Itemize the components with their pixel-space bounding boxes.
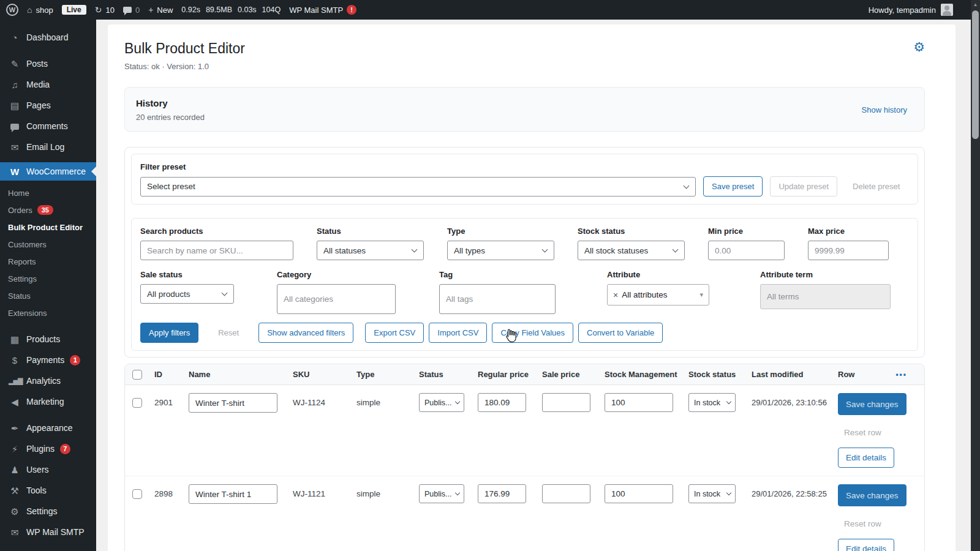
save-changes-button[interactable]: Save changes: [838, 393, 907, 415]
submenu-item-customers[interactable]: Customers: [0, 236, 96, 253]
sidebar-item-appearance[interactable]: ✒ Appearance: [0, 418, 96, 438]
reset-row-button[interactable]: Reset row: [844, 519, 881, 528]
tag-input[interactable]: [439, 284, 556, 314]
convert-to-variable-button[interactable]: Convert to Variable: [578, 323, 663, 343]
category-label: Category: [277, 270, 396, 279]
stock-status-select[interactable]: In stock: [688, 393, 736, 412]
sidebar-label: Users: [26, 465, 49, 474]
regular-price-input[interactable]: [478, 484, 526, 503]
updates-link[interactable]: ↻ 10: [95, 6, 115, 15]
wp-mail-smtp-label: WP Mail SMTP: [289, 6, 343, 15]
reset-row-button[interactable]: Reset row: [844, 428, 881, 437]
reset-filters-button[interactable]: Reset: [210, 323, 247, 343]
stock-quantity-input[interactable]: [605, 393, 673, 412]
user-avatar[interactable]: [941, 4, 953, 16]
status-select[interactable]: All statuses: [317, 241, 424, 260]
sale-status-select[interactable]: All products: [140, 284, 234, 304]
edit-details-button[interactable]: Edit details: [838, 539, 894, 551]
users-icon: ♟: [9, 465, 21, 474]
product-status-select[interactable]: Publis...: [419, 393, 464, 412]
sidebar-item-wp-mail-smtp[interactable]: ✉ WP Mail SMTP: [0, 522, 96, 542]
new-content-link[interactable]: + New: [148, 6, 173, 15]
copy-field-values-button[interactable]: Copy Field Values: [492, 323, 573, 343]
sidebar-item-dashboard[interactable]: ◔ Dashboard: [0, 27, 96, 48]
wordpress-logo-icon: W: [6, 4, 18, 16]
category-input[interactable]: [277, 284, 396, 314]
chevron-down-icon: [542, 247, 548, 253]
chevron-down-icon: [673, 247, 679, 253]
col-header-regular-price: Regular price: [478, 370, 542, 379]
stock-quantity-input[interactable]: [605, 484, 673, 503]
payments-icon: $: [9, 356, 21, 365]
type-select[interactable]: All types: [447, 241, 554, 260]
max-price-input[interactable]: [808, 241, 889, 260]
submenu-item-status[interactable]: Status: [0, 287, 96, 304]
min-price-label: Min price: [708, 227, 785, 236]
import-csv-button[interactable]: Import CSV: [429, 323, 487, 343]
submenu-item-settings[interactable]: Settings: [0, 270, 96, 287]
howdy-account-link[interactable]: Howdy, tempadmin: [869, 6, 936, 15]
attribute-term-input[interactable]: [760, 284, 891, 309]
sidebar-item-tools[interactable]: ⚒ Tools: [0, 480, 96, 501]
payments-count-badge: 1: [70, 355, 80, 365]
product-id: 2898: [154, 484, 189, 498]
submenu-item-home[interactable]: Home: [0, 184, 96, 201]
row-checkbox[interactable]: [132, 398, 142, 408]
column-options-icon[interactable]: •••: [895, 370, 907, 379]
page-scrollbar[interactable]: ▲: [971, 0, 980, 551]
min-price-input[interactable]: [708, 241, 785, 260]
product-name-input[interactable]: [189, 393, 277, 413]
col-header-stock-management: Stock Management: [605, 370, 688, 379]
show-history-link[interactable]: Show history: [862, 105, 907, 114]
apply-filters-button[interactable]: Apply filters: [140, 323, 198, 343]
sidebar-item-products[interactable]: ▦ Products: [0, 329, 96, 350]
sidebar-item-comments[interactable]: Comments: [0, 116, 96, 137]
save-preset-button[interactable]: Save preset: [703, 176, 763, 197]
row-checkbox[interactable]: [132, 489, 142, 499]
sidebar-item-woocommerce[interactable]: W WooCommerce: [0, 162, 96, 181]
stock-status-select[interactable]: In stock: [688, 484, 736, 503]
show-advanced-filters-button[interactable]: Show advanced filters: [258, 323, 353, 343]
submenu-item-bulk-product-editor[interactable]: Bulk Product Editor: [0, 219, 96, 236]
attribute-select[interactable]: × All attributes ▾: [607, 284, 709, 305]
scrollbar-thumb[interactable]: [972, 10, 979, 139]
edit-details-button[interactable]: Edit details: [838, 448, 894, 468]
sidebar-item-users[interactable]: ♟ Users: [0, 459, 96, 480]
sidebar-item-media[interactable]: ♫ Media: [0, 74, 96, 95]
site-name-link[interactable]: ⌂ shop: [27, 6, 53, 15]
export-csv-button[interactable]: Export CSV: [365, 323, 424, 343]
sidebar-item-marketing[interactable]: ◀ Marketing: [0, 391, 96, 412]
delete-preset-button[interactable]: Delete preset: [845, 176, 908, 197]
update-preset-button[interactable]: Update preset: [770, 176, 837, 197]
submenu-item-reports[interactable]: Reports: [0, 253, 96, 270]
submenu-label: Status: [8, 291, 31, 301]
sidebar-item-posts[interactable]: ✎ Posts: [0, 53, 96, 74]
col-header-sale-price: Sale price: [542, 370, 605, 379]
sidebar-label: Marketing: [26, 397, 64, 407]
product-status-select[interactable]: Publis...: [419, 484, 464, 503]
page-settings-gear-icon[interactable]: ⚙: [913, 40, 925, 53]
wp-mail-smtp-link[interactable]: WP Mail SMTP !: [289, 5, 356, 15]
wp-logo-menu[interactable]: W: [6, 4, 18, 16]
perf-memory: 89.5MB: [206, 6, 232, 14]
submenu-item-extensions[interactable]: Extensions: [0, 304, 96, 321]
stock-status-select[interactable]: All stock statuses: [578, 241, 685, 260]
scrollbar-up-arrow[interactable]: ▲: [971, 2, 980, 7]
sidebar-item-pages[interactable]: ▤ Pages: [0, 95, 96, 116]
select-all-checkbox[interactable]: [132, 370, 142, 380]
submenu-item-orders[interactable]: Orders 35: [0, 201, 96, 219]
sidebar-item-settings[interactable]: ⚙ Settings: [0, 501, 96, 522]
remove-attribute-icon[interactable]: ×: [613, 290, 618, 300]
comments-link[interactable]: 0: [123, 6, 140, 15]
preset-select[interactable]: Select preset: [140, 177, 696, 197]
regular-price-input[interactable]: [478, 393, 526, 412]
product-name-input[interactable]: [189, 484, 277, 504]
sidebar-item-email-log[interactable]: ✉ Email Log: [0, 137, 96, 157]
sidebar-item-analytics[interactable]: ▂▅▇ Analytics: [0, 370, 96, 391]
save-changes-button[interactable]: Save changes: [838, 484, 907, 506]
sale-price-input[interactable]: [542, 484, 590, 503]
sidebar-item-plugins[interactable]: ⚡ Plugins 7: [0, 438, 96, 459]
sidebar-item-payments[interactable]: $ Payments 1: [0, 350, 96, 370]
sale-price-input[interactable]: [542, 393, 590, 412]
search-products-input[interactable]: [140, 241, 293, 260]
